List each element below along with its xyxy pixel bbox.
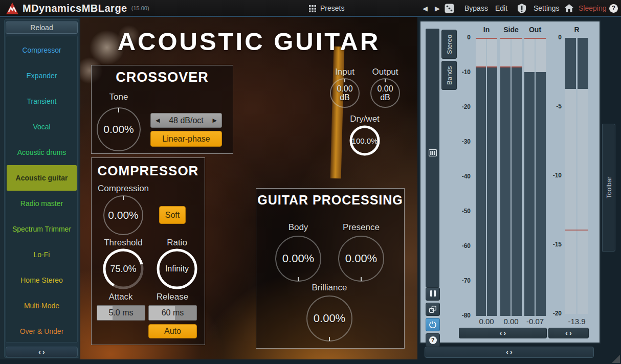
meter-bar-fill [512, 67, 522, 316]
release-slider[interactable]: 60 ms [148, 305, 197, 321]
meter-pager-main[interactable]: ‹ › [459, 328, 547, 338]
crossover-slope-selector[interactable]: ◀ 48 dB/oct ▶ [150, 113, 222, 128]
sidebar-item-11[interactable]: Over & Under [7, 318, 77, 344]
drywet-label: Dry/wet [350, 114, 380, 124]
sidebar-item-5[interactable]: Acoustic guitar [7, 165, 77, 191]
threshold-knob[interactable]: 75.0% [102, 248, 144, 290]
attack-slider[interactable]: 5.0 ms [97, 305, 145, 321]
auto-release-button[interactable]: Auto [148, 324, 197, 338]
meter-scale-label: -60 [450, 242, 471, 249]
sidebar-item-4[interactable]: Acoustic drums [7, 140, 77, 165]
presence-value: 0.00% [338, 235, 385, 282]
meter-scale-label: -40 [450, 173, 471, 180]
randomize-dice-icon[interactable] [445, 4, 454, 13]
drywet-value: 100.0% [349, 125, 381, 156]
meter-pager-r[interactable]: ‹ › [548, 328, 589, 338]
resize-handle[interactable] [612, 355, 620, 363]
meter-bar-cap [487, 66, 497, 67]
guitar-processing-panel: GUITAR PROCESSING Body 0.00% Presence 0.… [256, 188, 405, 349]
presence-knob[interactable]: 0.00% [338, 235, 385, 282]
meter-popout-button[interactable] [426, 303, 440, 316]
plugin-window: MDynamicsMBLarge (15.00) Presets ◀ ▶ Byp… [0, 0, 621, 364]
input-label: Input [335, 67, 354, 77]
ratio-knob[interactable]: Infinity [156, 248, 198, 290]
sidebar-item-9[interactable]: Home Stereo [7, 267, 77, 293]
compressor-panel: COMPRESSOR Compression 0.00% Soft Thresh… [91, 157, 205, 345]
compressor-title: COMPRESSOR [92, 163, 205, 179]
slope-next-icon[interactable]: ▶ [213, 117, 217, 124]
guitar-processing-title: GUITAR PROCESSING [256, 193, 404, 208]
compression-knob[interactable]: 0.00% [103, 195, 144, 236]
meter-bar-cap [512, 66, 522, 67]
slope-value: 48 dB/oct [169, 116, 204, 125]
threshold-value: 75.0% [102, 248, 144, 290]
preset-sidebar: Reload Compressor Expander Transient Voc… [0, 18, 80, 359]
plugin-version: (15.00) [131, 0, 149, 17]
sleeping-status[interactable]: Sleeping [579, 0, 607, 17]
prev-preset-button[interactable]: ◀ [423, 0, 428, 17]
compression-value: 0.00% [103, 195, 144, 236]
melda-logo-icon[interactable] [6, 3, 18, 14]
meter-value: 0.00 [479, 317, 494, 326]
meter-bar-cap [500, 66, 511, 67]
meter-bar-fill [500, 67, 511, 316]
meter-peak-line [500, 38, 522, 39]
warning-shield-icon[interactable] [518, 4, 526, 13]
meter-scale-label: -10 [450, 69, 471, 76]
next-preset-button[interactable]: ▶ [435, 0, 440, 17]
compression-label: Compression [98, 184, 149, 194]
pause-icon [429, 289, 436, 299]
bottom-pager[interactable]: ‹ › [425, 347, 594, 358]
soft-knee-button[interactable]: Soft [159, 206, 186, 224]
drywet-knob[interactable]: 100.0% [349, 125, 381, 156]
sidebar-item-0[interactable]: Compressor [7, 37, 77, 63]
sidebar-item-1[interactable]: Expander [7, 63, 77, 88]
meter-bar-fill [536, 72, 546, 316]
plugin-title: MDynamicsMBLarge [23, 0, 127, 17]
body-knob[interactable]: 0.00% [275, 235, 322, 282]
meter-value: -0.07 [526, 317, 544, 326]
topbar: MDynamicsMBLarge (15.00) Presets ◀ ▶ Byp… [0, 0, 621, 17]
presets-button[interactable]: Presets [309, 0, 344, 17]
edit-button[interactable]: Edit [495, 0, 507, 17]
meter-group-label: Out [529, 26, 541, 34]
meter-group-label: In [483, 26, 490, 34]
brilliance-label: Brilliance [312, 283, 347, 293]
reload-button[interactable]: Reload [6, 21, 78, 34]
bypass-button[interactable]: Bypass [464, 0, 488, 17]
crossover-panel: CROSSOVER Tone 0.00% ◀ 48 dB/oct ▶ Linea… [91, 65, 233, 154]
reduction-bar-fill [578, 38, 588, 89]
reduction-peak-line [565, 230, 588, 231]
meter-power-button[interactable] [426, 318, 440, 331]
meter-pause-button[interactable] [426, 287, 440, 301]
input-unit: dB [340, 93, 350, 102]
reduction-value: -13.9 [568, 317, 585, 326]
sidebar-item-6[interactable]: Radio master [7, 191, 77, 216]
home-icon[interactable] [565, 4, 573, 12]
input-knob[interactable]: 0.00 dB [329, 78, 360, 108]
sidebar-item-8[interactable]: Lo-Fi [7, 242, 77, 267]
sidebar-item-3[interactable]: Vocal [7, 114, 77, 140]
help-circle-icon: ? [429, 336, 437, 344]
meter-help-button[interactable]: ? [426, 333, 440, 347]
toolbar-tab[interactable]: Toolbar [602, 124, 615, 252]
main-editor-area: ACOUSTIC GUITAR CROSSOVER Tone 0.00% ◀ 4… [80, 17, 417, 359]
reduction-meter-label: R [574, 26, 579, 34]
sidebar-item-2[interactable]: Transient [7, 88, 77, 114]
slope-prev-icon[interactable]: ◀ [156, 117, 160, 124]
tone-knob[interactable]: 0.00% [96, 107, 141, 152]
meter-bar-fill [487, 67, 497, 316]
sidebar-item-10[interactable]: Multi-Mode [7, 293, 77, 318]
output-label: Output [372, 67, 398, 77]
meter-peak-line [476, 38, 497, 39]
linear-phase-button[interactable]: Linear-phase [150, 131, 222, 147]
output-knob[interactable]: 0.00 dB [370, 78, 401, 108]
sidebar-pager[interactable]: ‹ › [6, 347, 78, 357]
help-icon[interactable]: ? [609, 4, 618, 13]
threshold-label: Threshold [104, 238, 143, 248]
meter-bar-fill [476, 67, 486, 316]
settings-button[interactable]: Settings [534, 0, 560, 17]
brilliance-knob[interactable]: 0.00% [306, 295, 353, 342]
presets-grid-icon [309, 5, 316, 12]
sidebar-item-7[interactable]: Spectrum Trimmer [7, 216, 77, 242]
